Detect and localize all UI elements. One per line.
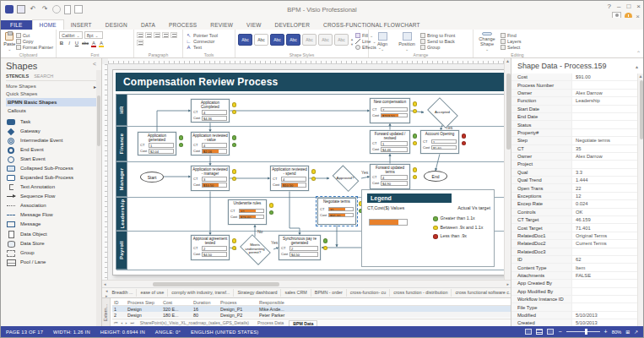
shape-data-field-value[interactable]: 22: [572, 186, 637, 191]
highlight-button[interactable]: A: [99, 41, 104, 47]
flow-node-approved[interactable]: Approved?: [329, 167, 361, 189]
u-button[interactable]: U: [74, 41, 79, 46]
stencil-callouts[interactable]: Callouts: [6, 106, 96, 115]
change-shape-button[interactable]: Change Shape⌄: [476, 31, 498, 52]
ribbon-tab-view[interactable]: VIEW: [240, 20, 268, 30]
quick-shapes-link[interactable]: Quick Shapes: [6, 91, 101, 96]
page-tab-sales-crm[interactable]: sales CRM: [281, 289, 311, 297]
table-row[interactable]: 1Design320 E...16Design_P1Mike Ande...: [112, 306, 511, 312]
stencil-item-sequence-flow[interactable]: Sequence Flow: [6, 192, 96, 201]
drawing-canvas[interactable]: Compensation Review Process HRFinanceMan…: [102, 58, 511, 280]
shape-data-field-value[interactable]: Current Terms: [572, 241, 637, 246]
shape-style-swatch[interactable]: Abc: [286, 34, 300, 46]
visio-logo-icon[interactable]: [5, 5, 14, 14]
shape-style-swatch[interactable]: Abc: [318, 34, 333, 46]
panel-options-icon[interactable]: ▴: [636, 63, 638, 69]
sheet-tab-process-data[interactable]: Process Data: [254, 320, 287, 326]
stencil-item-task[interactable]: Task: [6, 117, 96, 127]
status-item-height-0-6944-in[interactable]: HEIGHT: 0.6944 IN: [100, 330, 145, 335]
flow-node-app-reviewed-manager[interactable]: Application reviewed - managerCT3Cost$10…: [191, 166, 230, 191]
tab-search[interactable]: SEARCH: [34, 74, 53, 79]
page-tab-cross-functional-software-c[interactable]: cross functional software c...: [452, 289, 511, 297]
shape-style-swatch[interactable]: Abc: [302, 34, 317, 46]
bring-to-front-button[interactable]: Bring to Front: [420, 33, 455, 38]
shape-data-field-value[interactable]: $91.00: [572, 74, 637, 79]
minimize-button[interactable]: –: [617, 3, 620, 10]
stencil-item-collapsed-sub-process[interactable]: Collapsed Sub-Process: [6, 164, 96, 173]
flow-node-end[interactable]: End: [424, 171, 447, 182]
swatch-scroll-arrows[interactable]: ▲▼: [349, 31, 355, 52]
stencil-item-message[interactable]: Message: [6, 220, 96, 229]
flow-node-account-opening[interactable]: Account OpeningCT1Cost$5.60: [420, 130, 459, 154]
shape-data-field-value[interactable]: Negotiate terms: [572, 138, 637, 143]
zoom-level[interactable]: 80%: [612, 330, 622, 335]
ribbon-tab-design[interactable]: DESIGN: [99, 20, 134, 30]
format-painter-button[interactable]: Format Painter: [16, 45, 53, 50]
ribbon-tab-home[interactable]: HOME: [32, 19, 64, 30]
group-button[interactable]: Group: [420, 45, 455, 50]
horizontal-scrollbar[interactable]: ◂▸: [102, 280, 511, 287]
external-data-side-tab[interactable]: Extern...: [102, 298, 111, 326]
sheet-nav-icons[interactable]: ⏮ ◂ ▸ ⏭: [114, 320, 135, 326]
more-shapes-link[interactable]: More Shapes▸: [6, 84, 101, 90]
swimlane-label-hr[interactable]: HR: [116, 95, 127, 126]
shape-data-field-value[interactable]: OK: [572, 210, 637, 215]
stencil-item-gateway[interactable]: Gateway: [6, 127, 96, 136]
restore-button[interactable]: □: [626, 3, 630, 10]
tab-stencils[interactable]: STENCILS: [6, 74, 29, 79]
redo-icon[interactable]: ↷: [41, 5, 49, 14]
stencil-bpmn-basic-shapes[interactable]: BPMN Basic Shapes: [6, 98, 96, 106]
cut-button[interactable]: Cut: [16, 33, 53, 38]
shape-data-field-value[interactable]: 12: [572, 194, 637, 199]
fullscreen-view-icon[interactable]: [547, 329, 554, 335]
font-color-button[interactable]: A: [91, 41, 96, 47]
swimlane-label-payroll[interactable]: Payroll: [116, 232, 127, 270]
stencil-item-pool-lane[interactable]: Pool / Lane: [6, 258, 96, 267]
shape-data-field-value[interactable]: 46.159: [572, 217, 637, 222]
flow-node-app-reviewed-spend[interactable]: Application reviewed - spendCT4Cost$10.5…: [270, 166, 309, 191]
shape-data-field-value[interactable]: 62: [572, 257, 637, 262]
shape-style-swatch[interactable]: Abc: [270, 34, 284, 46]
stencil-item-end-event[interactable]: End Event: [6, 145, 96, 155]
flow-node-accepted[interactable]: Accepted: [424, 100, 461, 125]
ribbon-tab-developer[interactable]: DEVELOPER: [268, 20, 317, 30]
shape-data-field-value[interactable]: 0.024: [572, 201, 637, 206]
status-item-width-1-26-in[interactable]: WIDTH: 1.26 IN: [53, 330, 90, 335]
page-icon[interactable]: [64, 5, 71, 14]
stencil-item-message-flow[interactable]: Message Flow: [6, 210, 96, 220]
page-tab-cross-function-distribution[interactable]: cross function - distribution: [390, 289, 452, 297]
shape-style-swatch[interactable]: Abc: [334, 34, 349, 46]
shape-data-field-value[interactable]: 35: [572, 146, 637, 151]
ribbon-tab-file[interactable]: FILE: [1, 20, 32, 30]
select-button[interactable]: Select: [501, 45, 522, 50]
bullets-icon[interactable]: [162, 32, 169, 38]
flow-node-underwrite-rules[interactable]: Underwrite rulesCT32Cost$29.60: [228, 199, 267, 225]
sheet-tab-bpm-data[interactable]: BPM Data: [289, 320, 317, 326]
ribbon-tab-cross-functional-flowchart[interactable]: CROSS-FUNCTIONAL FLOWCHART: [317, 20, 427, 30]
paste-button[interactable]: Paste ⌄: [3, 31, 16, 52]
flow-node-forward-updated-revised[interactable]: Forward updated / revisedCT1Cost$4.46: [370, 130, 410, 154]
sheet-tab-sharepoint-s-visio-xl-roadmap-[interactable]: SharePoint(s)_Visio_XL_roadmap_(sales_GP…: [137, 320, 252, 326]
font-name-select[interactable]: Calibri⌄: [59, 31, 83, 39]
shape-data-field-value[interactable]: 71.401: [572, 226, 637, 231]
shape-data-scrollbar[interactable]: ▲: [637, 74, 643, 326]
shape-data-field-value[interactable]: Leadership: [572, 98, 637, 103]
undo-icon[interactable]: ↶: [29, 5, 37, 14]
abc-button[interactable]: abc: [82, 41, 89, 46]
stencil-item-data-object[interactable]: Data Object: [6, 229, 96, 239]
shape-data-field-value[interactable]: Original Terms: [572, 233, 637, 238]
zoom-slider[interactable]: [566, 331, 600, 332]
ribbon-tab-process[interactable]: PROCESS: [162, 20, 203, 30]
page-tab-ease-of-use[interactable]: ease of use: [137, 289, 168, 297]
flow-node-synchronous-pay[interactable]: Synchronous pay re generatedCT2Cost$4.50: [279, 235, 321, 260]
flow-node-approval-agreement-tested[interactable]: Approval agreement testedCT2Cost$4.50: [191, 235, 230, 260]
shape-data-field-value[interactable]: 5/10/2013: [572, 320, 637, 325]
swimlane-label-finance[interactable]: Finance: [116, 127, 127, 161]
b-button[interactable]: B: [59, 41, 64, 46]
status-item-page-13-of-17[interactable]: PAGE 13 OF 17: [6, 330, 43, 335]
vertical-scrollbar[interactable]: ▲: [504, 58, 511, 280]
i-button[interactable]: I: [67, 41, 72, 46]
stencil-item-data-store[interactable]: Data Store: [6, 239, 96, 248]
send-to-back-button[interactable]: Send to Back: [420, 39, 455, 44]
zoom-in-button[interactable]: +: [604, 329, 608, 335]
